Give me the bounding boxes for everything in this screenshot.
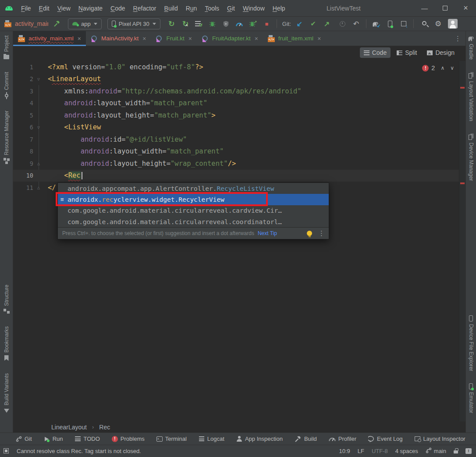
device-manager-icon[interactable] xyxy=(384,18,395,29)
line-number[interactable]: 10 xyxy=(13,172,33,179)
line-number[interactable]: 11 xyxy=(13,184,33,191)
tool-window-button-run[interactable]: Run xyxy=(44,436,63,442)
tool-window-button-event-log[interactable]: Event Log xyxy=(368,436,403,442)
line-number[interactable]: 6 xyxy=(13,124,33,131)
stripe-item-structure[interactable]: Structure xyxy=(4,285,10,314)
tool-window-button-terminal[interactable]: >_Terminal xyxy=(156,436,187,442)
line-number[interactable]: 9 xyxy=(13,160,33,167)
menu-refactor[interactable]: Refactor xyxy=(129,4,160,13)
profile-icon[interactable] xyxy=(234,18,245,29)
view-mode-split[interactable]: Split xyxy=(393,47,421,58)
lightbulb-icon[interactable] xyxy=(307,231,312,236)
tab-Fruit.kt[interactable]: Fruit.kt× xyxy=(151,31,196,46)
close-tab-icon[interactable]: × xyxy=(255,35,258,42)
menu-window[interactable]: Window xyxy=(239,4,269,13)
close-tab-icon[interactable]: × xyxy=(142,35,146,42)
menu-navigate[interactable]: Navigate xyxy=(75,4,107,13)
current-file-label[interactable]: activity_main.xml xyxy=(15,20,48,27)
stripe-item-build-variants[interactable]: Build Variants xyxy=(4,373,10,413)
stripe-item-emulator[interactable]: Emulator xyxy=(468,383,474,413)
menu-help[interactable]: Help xyxy=(269,4,289,13)
view-mode-design[interactable]: Design xyxy=(423,47,458,58)
history-icon[interactable] xyxy=(337,18,348,29)
code-line[interactable]: 4 android:layout_width="match_parent" xyxy=(13,97,459,110)
menu-tools[interactable]: Tools xyxy=(201,4,223,13)
stop-icon[interactable]: ■ xyxy=(261,18,272,29)
menu-git[interactable]: Git xyxy=(223,4,239,13)
menu-run[interactable]: Run xyxy=(182,4,201,13)
rollback-icon[interactable]: ↶ xyxy=(351,18,362,29)
tool-window-button-app-inspection[interactable]: App Inspection xyxy=(236,436,283,442)
menu-build[interactable]: Build xyxy=(160,4,182,13)
error-stripe-scrollbar[interactable] xyxy=(459,61,465,421)
error-mark[interactable] xyxy=(460,182,465,184)
next-error-icon[interactable]: ∨ xyxy=(450,65,454,71)
code-line[interactable]: 8 android:layout_width="match_parent" xyxy=(13,146,459,158)
completion-item[interactable]: com.google.android.material.circularreve… xyxy=(58,216,329,227)
code-line[interactable]: 6▽ <ListView xyxy=(13,121,459,134)
git-branch-widget[interactable]: main xyxy=(426,447,446,455)
stripe-item-device-file-explorer[interactable]: Device File Explorer xyxy=(468,315,474,371)
line-number[interactable]: 3 xyxy=(13,88,33,95)
sdk-manager-icon[interactable] xyxy=(398,18,409,29)
commit-icon[interactable]: ✔ xyxy=(308,18,319,29)
tab-options-kebab-icon[interactable]: ⋮ xyxy=(455,35,461,43)
line-number[interactable]: 5 xyxy=(13,112,33,119)
error-mark[interactable] xyxy=(460,87,465,89)
stripe-item-project[interactable]: Project xyxy=(4,36,10,60)
tool-window-button-profiler[interactable]: Profiler xyxy=(329,436,356,442)
line-number[interactable]: 4 xyxy=(13,100,33,107)
run-configuration-dropdown[interactable]: app xyxy=(68,18,102,29)
tab-MainActivity.kt[interactable]: MainActivity.kt× xyxy=(86,31,151,46)
code-line[interactable]: 9△ android:layout_height="wrap_content"/… xyxy=(13,157,459,170)
line-ending[interactable]: LF xyxy=(358,448,364,454)
menu-view[interactable]: View xyxy=(53,4,75,13)
debug-restart-icon[interactable]: ↗ xyxy=(248,18,259,29)
fold-open-icon[interactable]: ▽ xyxy=(33,77,44,82)
sync-gradle-icon[interactable]: ↙ xyxy=(371,18,382,29)
breadcrumb-child[interactable]: Rec xyxy=(99,424,110,431)
tab-fruit_item.xml[interactable]: </>fruit_item.xml× xyxy=(263,31,326,46)
line-number[interactable]: 8 xyxy=(13,148,33,155)
close-button[interactable]: × xyxy=(455,0,476,17)
view-mode-code[interactable]: Code xyxy=(360,47,391,58)
notification-icon[interactable]: ! xyxy=(465,448,472,454)
device-dropdown[interactable]: Pixel API 30 xyxy=(107,18,160,29)
code-line[interactable]: 3 xmlns:android="http://schemas.android.… xyxy=(13,85,459,97)
line-number[interactable]: 7 xyxy=(13,136,33,143)
fold-end-icon[interactable]: △ xyxy=(33,161,44,166)
line-number[interactable]: 1 xyxy=(13,64,33,71)
close-tab-icon[interactable]: × xyxy=(188,35,192,42)
rerun-icon[interactable]: ↻ xyxy=(166,18,177,29)
stripe-item-layout-validation[interactable]: Layout Validation xyxy=(468,72,474,121)
settings-icon[interactable]: ⚙ xyxy=(433,18,444,29)
hammer-build-icon[interactable] xyxy=(51,18,62,29)
caret-position[interactable]: 10:9 xyxy=(339,448,350,454)
completion-item[interactable]: com.google.android.material.circularreve… xyxy=(58,205,329,216)
menu-edit[interactable]: Edit xyxy=(35,4,53,13)
stripe-item-resource-manager[interactable]: Resource Manager xyxy=(4,111,10,164)
tab-FruitAdapter.kt[interactable]: FruitAdapter.kt× xyxy=(197,31,263,46)
code-line[interactable]: 2▽<LinearLayout xyxy=(13,73,459,86)
stripe-item-device-manager[interactable]: Device Manager xyxy=(468,133,474,181)
menu-code[interactable]: Code xyxy=(107,4,129,13)
code-line[interactable]: 7 android:id="@+id/listView" xyxy=(13,133,459,146)
tool-window-button-problems[interactable]: !Problems xyxy=(112,436,145,442)
fold-end-icon[interactable]: △ xyxy=(33,185,44,190)
tool-window-button-build[interactable]: Build xyxy=(295,436,317,443)
next-tip-link[interactable]: Next Tip xyxy=(258,230,277,236)
minimize-button[interactable]: — xyxy=(414,0,435,17)
line-number[interactable]: 2 xyxy=(13,75,33,82)
file-encoding[interactable]: UTF-8 xyxy=(372,448,388,454)
push-icon[interactable]: ↗ xyxy=(321,18,332,29)
tool-window-button-layout-inspector[interactable]: Layout Inspector xyxy=(415,436,465,442)
menu-file[interactable]: File xyxy=(17,4,35,13)
previous-error-icon[interactable]: ∧ xyxy=(440,65,444,71)
tool-window-button-logcat[interactable]: Logcat xyxy=(199,436,224,442)
code-editor[interactable]: CodeSplitDesign ! 2 ∧ ∨ 1<?xml version="… xyxy=(13,46,465,432)
tool-window-toggle-icon[interactable] xyxy=(4,448,9,453)
stripe-item-gradle[interactable]: Gradle xyxy=(467,36,475,60)
apply-code-changes-icon[interactable]: ↺ xyxy=(193,18,204,29)
close-tab-icon[interactable]: × xyxy=(78,35,81,42)
stripe-item-bookmarks[interactable]: Bookmarks xyxy=(4,326,10,361)
